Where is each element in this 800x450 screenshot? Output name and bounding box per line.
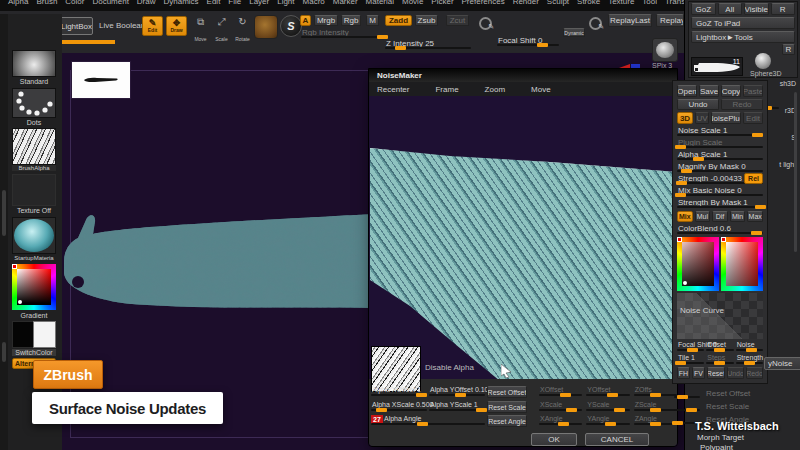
noise-color-picker-1[interactable] <box>677 237 719 291</box>
noise-color-square-2[interactable] <box>726 242 758 286</box>
menu-item[interactable]: Dynamics <box>163 0 198 6</box>
noiseplug-mode-button[interactable]: NoisePlug <box>711 112 741 124</box>
move-button[interactable]: ⧉ Move <box>192 16 209 36</box>
noise-preview[interactable] <box>370 96 677 381</box>
menu-item[interactable]: Layer <box>249 0 269 6</box>
apply-noise-button[interactable]: yNoise <box>764 357 800 370</box>
menu-item[interactable]: Material <box>366 0 394 6</box>
blend-mode-button[interactable]: Max <box>747 211 763 222</box>
main-color-swatch[interactable] <box>12 321 34 348</box>
menu-item[interactable]: Movie <box>402 0 423 6</box>
rgb-intensity-slider[interactable]: Rgb Intensity <box>301 28 385 39</box>
alpha-scale-slider[interactable]: Alpha XScale 0.500 <box>371 401 427 412</box>
menu-item[interactable]: Brush <box>36 0 57 6</box>
focal-shift-slider[interactable]: Focal Shift 0 <box>497 36 559 47</box>
scale-3d-slider[interactable]: ZScale <box>634 401 677 412</box>
m-button[interactable]: M <box>366 15 379 26</box>
noise-color-square-1[interactable] <box>682 242 714 286</box>
goz-row-button[interactable]: All <box>718 3 743 15</box>
goz-row-button[interactable]: R <box>771 3 796 15</box>
curve-tool-button[interactable]: Reset <box>707 367 725 379</box>
rel-button[interactable]: Rel <box>744 173 763 184</box>
angle-3d-slider[interactable]: YAngle <box>586 415 629 426</box>
noiseplug-mode-button[interactable]: 3D <box>677 112 693 124</box>
edit-button[interactable]: ✎ Edit <box>142 16 163 36</box>
noiseplug-slider[interactable]: Strength -0.00433 Rel <box>677 174 763 185</box>
menu-item[interactable]: Render <box>513 0 539 6</box>
goz-row-button[interactable]: Visible <box>744 3 769 15</box>
alpha-offset-slider[interactable]: Alpha XOffset 1 <box>371 386 427 397</box>
angle-3d-slider[interactable]: ZAngle <box>634 415 677 426</box>
scale-3d-slider[interactable]: XScale <box>539 401 582 412</box>
texture-slot-thumb[interactable] <box>12 174 56 206</box>
replay-last-2-button[interactable]: ReplayLa <box>656 14 684 27</box>
rgb-button[interactable]: Rgb <box>341 15 361 26</box>
menu-item[interactable]: File <box>228 0 241 6</box>
menu-item[interactable]: Document <box>92 0 128 6</box>
menu-item[interactable]: Picker <box>431 0 453 6</box>
focal-knob-icon[interactable]: ✎ <box>479 17 492 30</box>
noiseplug-undo-button[interactable]: Undo <box>677 99 719 110</box>
reset-row-button[interactable]: Reset Scale <box>706 402 749 411</box>
right-scrollbar[interactable] <box>794 92 797 252</box>
reset-row-slider[interactable] <box>674 388 700 399</box>
document-thumbnail[interactable] <box>72 62 130 98</box>
noisemaker-menu-item[interactable]: Frame <box>435 85 458 94</box>
lightbox-button[interactable]: LightBox <box>60 17 93 35</box>
rotate-button[interactable]: ↻ Rotate <box>234 16 251 36</box>
menu-item[interactable]: Stroke <box>577 0 600 6</box>
noiseplug-slider[interactable]: Noise Scale 1 <box>677 126 763 137</box>
curve-tool-button[interactable]: Redo <box>746 367 763 379</box>
noiseplug-file-button[interactable]: Open <box>677 85 697 97</box>
ok-button[interactable]: OK <box>531 433 577 446</box>
menu-item[interactable]: Preferences <box>462 0 505 6</box>
reset-row-button[interactable]: Reset Offset <box>706 389 750 398</box>
menu-item[interactable]: Draw <box>137 0 156 6</box>
curve-mini-slider[interactable]: Focal Shift 0 <box>677 341 704 352</box>
blend-mode-button[interactable]: Mul <box>695 211 711 222</box>
color-picker-square[interactable] <box>17 269 51 305</box>
menu-item[interactable]: Tool <box>642 0 657 6</box>
noisemaker-titlebar[interactable]: NoiseMaker <box>369 69 677 82</box>
active-tool-thumbnail[interactable]: 11 <box>691 57 743 76</box>
noiseplug-slider[interactable]: Plugin Scale <box>677 138 763 149</box>
curve-mini-slider[interactable]: Offset <box>706 341 733 352</box>
color-picker[interactable] <box>12 264 56 310</box>
goz-row-button[interactable]: GoZ <box>691 3 716 15</box>
noiseplug-mode-button[interactable]: UV <box>695 112 709 124</box>
noiseplug-slider[interactable]: Mix Basic Noise 0 <box>677 186 763 197</box>
blend-mode-button[interactable]: Mix <box>677 211 693 222</box>
noiseplug-file-button[interactable]: Save <box>699 85 719 97</box>
z-intensity-slider[interactable]: Z Intensity 25 <box>385 39 471 50</box>
zadd-button[interactable]: Zadd <box>385 15 412 26</box>
zcut-button[interactable]: Zcut <box>446 15 469 26</box>
sculptris-icon[interactable]: S <box>280 15 302 37</box>
disable-alpha-button[interactable]: Disable Alpha <box>425 363 474 372</box>
noisemaker-menu-item[interactable]: Move <box>531 85 551 94</box>
menu-item[interactable]: Texture <box>608 0 634 6</box>
noiseplug-mode-button[interactable]: Edit <box>743 112 763 124</box>
standard-brush-thumb[interactable] <box>12 50 56 77</box>
morph-target-label[interactable]: Morph Target <box>697 433 744 442</box>
offset-3d-slider[interactable]: YOffset <box>586 386 629 397</box>
blade-model[interactable] <box>62 200 374 322</box>
curve-tool-button[interactable]: FH <box>677 367 690 379</box>
goz-to-ipad-button[interactable]: GoZ To iPad <box>691 17 795 29</box>
noise-curve-editor[interactable]: Noise Curve <box>677 293 763 339</box>
noiseplug-slider[interactable]: Strength By Mask 1 <box>677 198 763 209</box>
noise-color-picker-2[interactable] <box>721 237 763 291</box>
tool-list-item[interactable]: sh3D <box>780 80 796 87</box>
offset-3d-slider[interactable]: XOffset <box>539 386 582 397</box>
noiseplug-slider[interactable]: Alpha Scale 1 <box>677 150 763 161</box>
curve-mini-slider[interactable]: Tile 1 <box>677 354 704 365</box>
offset-3d-slider[interactable]: ZOffs <box>634 386 677 397</box>
menu-item[interactable]: Alpha <box>8 0 28 6</box>
gyro-icon[interactable] <box>254 15 278 39</box>
zsub-button[interactable]: Zsub <box>415 15 438 26</box>
reset-angle-button[interactable]: Reset Angle <box>487 415 527 427</box>
a-button[interactable]: A <box>300 15 311 26</box>
switch-color-label[interactable]: SwitchColor <box>12 349 56 356</box>
material-thumb[interactable] <box>12 217 56 254</box>
blend-mode-button[interactable]: Min <box>730 211 746 222</box>
noiseplug-slider[interactable]: Magnify By Mask 0 <box>677 162 763 173</box>
